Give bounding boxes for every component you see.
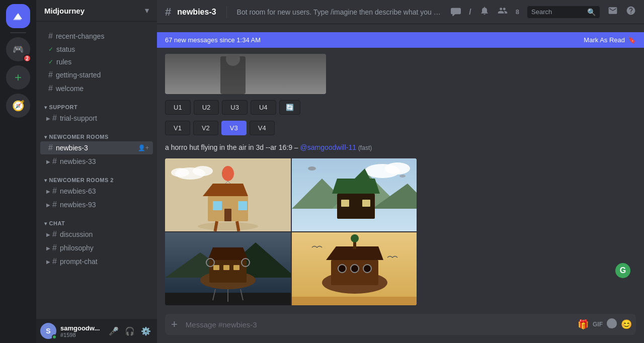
collapse-icon: ▶ [46,232,50,237]
message-input[interactable] [184,315,574,334]
inbox-icon[interactable] [608,6,618,18]
check-icon: ✓ [48,58,53,65]
hash-icon: # [48,143,53,152]
svg-point-5 [171,168,189,177]
user-tag: #1598 [60,332,103,338]
refresh-button-top[interactable]: 🔄 [279,100,300,115]
channel-header: # newbies-3 Bot room for new users. Type… [157,0,644,24]
user-mention[interactable]: @samgoodwill-11 [300,143,356,151]
image-cell-tr[interactable] [292,158,417,231]
new-messages-banner: 67 new messages since 1:34 AM Mark As Re… [157,32,644,48]
u2-button-top[interactable]: U2 [194,100,219,115]
u4-button-top[interactable]: U4 [251,100,276,115]
channel-item-getting-started[interactable]: # getting-started [40,68,153,81]
collapse-icon: ▶ [46,159,50,164]
u1-button-top[interactable]: U1 [165,100,191,115]
emoji-icon[interactable]: 😊 [621,319,632,330]
channel-item-newbies-3[interactable]: # newbies-3 👤+ [40,141,153,154]
mute-button[interactable]: 🎤 [107,324,121,338]
action-buttons-v-top: V1 V2 V3 V4 [165,121,417,135]
message-flying-hut: a horro hut flying in the air in 3d --ar… [157,141,644,314]
channel-name: status [56,45,149,53]
threads-icon[interactable] [451,7,461,17]
top-image-preview [165,54,326,94]
channel-name: recent-changes [56,32,149,40]
message-first: U1 U2 U3 U4 🔄 V1 V2 V3 V4 [157,52,644,137]
member-count: 8 [516,8,519,16]
channel-item-status[interactable]: ✓ status [40,43,153,55]
channel-hash-icon: # [165,6,171,19]
section-header-newcomer-rooms[interactable]: ▾ NEWCOMER ROOMS [36,133,157,141]
channel-item-trial-support[interactable]: ▶ # trial-support [40,112,153,125]
add-server-button[interactable]: + [6,65,30,90]
sidebar-content: # recent-changes ✓ status ✓ rules # gett… [36,22,157,319]
discover-button[interactable]: 🧭 [6,94,30,118]
image-cell-bl[interactable] [165,232,291,305]
section-label: CHAT [49,220,65,226]
channel-item-rules[interactable]: ✓ rules [40,56,153,68]
channel-item-newbies-63[interactable]: ▶ # newbies-63 [40,185,153,198]
collapse-icon: ▶ [46,116,50,121]
gif-icon[interactable]: GIF [593,321,603,328]
message-row-top [165,54,636,94]
sticker-icon[interactable] [607,318,617,331]
svg-rect-11 [224,209,231,221]
search-bar[interactable]: Search 🔍 [527,6,600,18]
members-icon[interactable] [498,6,508,18]
mark-as-read-button[interactable]: Mark As Read 🔖 [584,36,636,44]
svg-rect-35 [209,260,247,283]
image-grid [165,158,417,305]
server-icon-other[interactable]: 🎮 2 [6,37,30,61]
search-icon: 🔍 [587,8,596,16]
svg-point-6 [198,222,258,230]
channel-name: welcome [56,84,149,93]
svg-rect-37 [213,265,219,270]
server-icon-midjourney[interactable] [6,4,30,28]
hash-icon: # [52,243,57,252]
server-header[interactable]: Midjourney ▾ [36,0,157,22]
channel-name: trial-support [60,114,149,122]
image-cell-tl[interactable] [165,158,291,231]
section-header-support[interactable]: ▾ SUPPORT [36,103,157,111]
channel-item-discussion[interactable]: ▶ # discussion [40,228,153,241]
u3-button-top[interactable]: U3 [222,100,248,115]
channel-item-newbies-33[interactable]: ▶ # newbies-33 [40,155,153,168]
svg-rect-27 [362,200,370,207]
notification-icon[interactable] [479,6,490,18]
v1-button-top[interactable]: V1 [165,121,190,135]
floating-avatar-letter: G [620,266,626,275]
messages-area[interactable]: 67 new messages since 1:34 AM Mark As Re… [157,24,644,314]
sidebar: Midjourney ▾ # recent-changes ✓ status ✓… [36,0,157,343]
server-name: Midjourney [44,7,85,15]
channel-item-welcome[interactable]: # welcome [40,82,153,95]
search-placeholder: Search [531,8,584,16]
check-icon: ✓ [48,46,53,53]
deafen-button[interactable]: 🎧 [123,324,137,338]
gift-icon[interactable]: 🎁 [578,319,589,330]
v4-button-top[interactable]: V4 [250,121,275,135]
channel-header-name: newbies-3 [177,8,216,17]
username: samgoodw... [60,324,103,332]
action-buttons-top: U1 U2 U3 U4 🔄 [165,100,417,115]
svg-point-4 [193,166,213,176]
help-icon[interactable] [626,6,636,18]
section-header-newcomer-rooms-2[interactable]: ▾ NEWCOMER ROOMS 2 [36,176,157,184]
hash-icon: # [52,257,57,266]
header-icons: / 8 Search 🔍 [451,6,636,18]
message-input-area: + 🎁 GIF 😊 [157,314,644,343]
channel-item-recent-changes[interactable]: # recent-changes [40,30,153,43]
bookmark-icon: 🔖 [628,36,636,44]
slash-icon[interactable]: / [469,8,471,17]
attach-button[interactable]: + [169,314,180,335]
v2-button-top[interactable]: V2 [193,121,218,135]
channel-item-newbies-93[interactable]: ▶ # newbies-93 [40,198,153,211]
v3-button-top[interactable]: V3 [221,121,247,135]
channel-item-prompt-chat[interactable]: ▶ # prompt-chat [40,255,153,268]
message-prompt: a horro hut flying in the air in 3d --ar… [165,143,636,151]
settings-button[interactable]: ⚙️ [139,324,153,338]
channel-item-philosophy[interactable]: ▶ # philosophy [40,241,153,254]
section-header-chat[interactable]: ▾ CHAT [36,219,157,227]
svg-rect-9 [213,201,222,210]
channel-name: newbies-3 [56,144,138,152]
image-cell-br[interactable] [292,232,417,305]
